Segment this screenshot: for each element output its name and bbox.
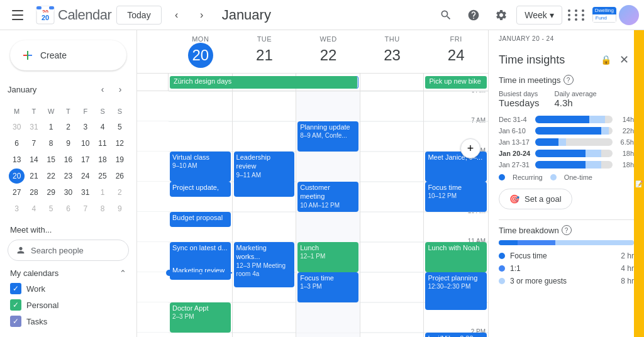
insights-date-range: JANUARY 20 - 24 (489, 30, 644, 42)
mini-cal-day[interactable]: 20 (9, 168, 25, 184)
calendar-item-work[interactable]: ✓Work (0, 280, 136, 297)
set-goal-button[interactable]: 🎯 Set a goal (499, 189, 572, 209)
mini-cal-day[interactable]: 26 (112, 168, 128, 184)
mini-cal-day[interactable]: 31 (26, 119, 42, 135)
calendar-event[interactable]: Lori/Mike, 2:30– (425, 333, 487, 337)
mini-cal-day[interactable]: 19 (112, 152, 128, 167)
mini-cal-day[interactable]: 21 (26, 168, 42, 184)
my-calendars-title: My calendars (10, 268, 119, 278)
mini-cal-day[interactable]: 8 (94, 201, 110, 216)
mini-cal-day[interactable]: 7 (77, 201, 93, 216)
mini-cal-day[interactable]: 23 (60, 168, 76, 184)
mini-cal-day[interactable]: 31 (77, 185, 93, 200)
add-event-fab[interactable]: + (460, 138, 480, 158)
divider (499, 219, 634, 220)
mini-cal-day[interactable]: 13 (9, 152, 25, 167)
prev-arrow[interactable]: ‹ (167, 5, 187, 25)
close-insights-button[interactable]: ✕ (614, 50, 634, 70)
mini-cal-day[interactable]: 27 (9, 185, 25, 200)
daily-avg-stat: Daily average 4.3h (554, 90, 596, 108)
search-people-input[interactable]: Search people (8, 240, 129, 261)
my-calendars-header[interactable]: My calendars ⌃ (0, 266, 136, 280)
mini-cal-day[interactable]: 1 (43, 119, 59, 135)
calendar-item-tasks[interactable]: ✓Tasks (0, 313, 136, 329)
mini-cal-prev[interactable]: ‹ (94, 80, 111, 98)
mini-cal-day[interactable]: 16 (60, 152, 76, 167)
help-icon (467, 9, 480, 21)
mini-cal-day[interactable]: 24 (77, 168, 93, 184)
mini-cal-day[interactable]: 11 (94, 136, 110, 151)
sticky-note-panel[interactable]: 📝 (634, 30, 644, 337)
user-avatar[interactable] (619, 5, 639, 25)
help-button[interactable] (461, 3, 486, 28)
calendar-checkbox: ✓ (10, 299, 21, 311)
view-selector[interactable]: Week ▾ (516, 6, 562, 25)
calendar-list: ✓Work✓Personal✓Tasks (0, 280, 136, 329)
mini-cal-day[interactable]: 7 (26, 136, 42, 151)
mini-cal-day[interactable]: 30 (9, 119, 25, 135)
calendar-event[interactable]: Focus time1–3 PM (297, 272, 358, 302)
mini-cal-next[interactable]: › (111, 80, 129, 98)
mini-cal-day[interactable]: 15 (43, 152, 59, 167)
calendar-event[interactable]: Customer meeting10 AM–12 PM (297, 182, 358, 212)
mini-cal-day[interactable]: 6 (9, 136, 25, 151)
mini-cal-day[interactable]: 2 (112, 185, 128, 200)
calendar-event[interactable]: Lunch with Noah (425, 242, 487, 272)
mini-cal-day[interactable]: 25 (94, 168, 110, 184)
mini-cal-day[interactable]: 9 (112, 201, 128, 216)
mini-cal-day[interactable]: 8 (43, 136, 59, 151)
mini-cal-day[interactable]: 5 (112, 119, 128, 135)
mini-cal-day[interactable]: 28 (26, 185, 42, 200)
calendar-event[interactable]: Leadership review9–11 AM (234, 152, 295, 197)
calendar-event[interactable]: Focus time10–12 PM (425, 182, 487, 212)
today-button[interactable]: Today (116, 6, 161, 25)
calendar-event[interactable]: Lunch12–1 PM (297, 242, 358, 272)
meetings-help-icon[interactable]: ? (564, 75, 574, 85)
settings-button[interactable] (489, 3, 514, 28)
mini-cal-day[interactable]: 6 (60, 201, 76, 216)
grid-line (233, 91, 296, 92)
mini-cal-day[interactable]: 1 (94, 185, 110, 200)
mini-cal-day[interactable]: 14 (26, 152, 42, 167)
breakdown-help-icon[interactable]: ? (562, 225, 572, 235)
grid-line (360, 212, 424, 213)
time-grid: 6 AM7 AM8 AM9 AM10 AM11 AM12 PM1 PM2 PM3… (137, 91, 488, 337)
calendar-event[interactable]: Project planning12:30–2:30 PM (425, 272, 487, 310)
allday-cell-fri: Pick up new bike (424, 74, 488, 91)
calendar-event[interactable]: Marketing works...12–3 PM Meeting room 4… (234, 242, 295, 287)
calendar-event[interactable]: Project update, (170, 182, 231, 197)
mini-cal-day[interactable]: 3 (77, 119, 93, 135)
mini-cal-day[interactable]: 30 (60, 185, 76, 200)
pickup-bike-event[interactable]: Pick up new bike (425, 76, 487, 89)
calendar-event[interactable]: Planning update8–9 AM, Confe... (297, 121, 358, 152)
apps-button[interactable] (565, 3, 590, 28)
calendar-label: Personal (26, 301, 58, 310)
search-button[interactable] (433, 3, 458, 28)
mini-cal-day[interactable]: 5 (43, 201, 59, 216)
hamburger-menu[interactable] (5, 3, 30, 28)
calendar-event[interactable]: Doctor Appt2–3 PM (170, 302, 231, 333)
calendar-event[interactable]: Budget proposal (170, 212, 231, 227)
mini-cal-day[interactable]: 17 (77, 152, 93, 167)
mini-cal-day[interactable]: 9 (60, 136, 76, 151)
breakdown-list: Focus time 2 hr 1:1 4 hr 3 or more guest… (499, 251, 634, 285)
create-button[interactable]: Create (10, 40, 126, 70)
zurich-event[interactable]: Zürich design days (170, 76, 357, 89)
calendar-item-personal[interactable]: ✓Personal (0, 297, 136, 313)
next-arrow[interactable]: › (192, 5, 212, 25)
mini-cal-day[interactable]: 3 (9, 201, 25, 216)
add-calendar-button[interactable]: + (104, 334, 119, 337)
mini-cal-day[interactable]: 22 (43, 168, 59, 184)
mini-cal-day[interactable]: 29 (43, 185, 59, 200)
mini-cal-day[interactable]: 12 (112, 136, 128, 151)
mini-cal-day[interactable]: 4 (94, 119, 110, 135)
mini-cal-day[interactable]: 18 (94, 152, 110, 167)
search-people-label: Search people (31, 246, 84, 255)
calendar-event[interactable]: Virtual class9–10 AM (170, 152, 231, 182)
mini-cal-day[interactable]: 10 (77, 136, 93, 151)
mini-cal-day[interactable]: 4 (26, 201, 42, 216)
goal-icon: 🎯 (509, 194, 519, 204)
mini-cal-day[interactable]: 2 (60, 119, 76, 135)
grid-line (360, 182, 424, 182)
grid-line (233, 333, 296, 333)
